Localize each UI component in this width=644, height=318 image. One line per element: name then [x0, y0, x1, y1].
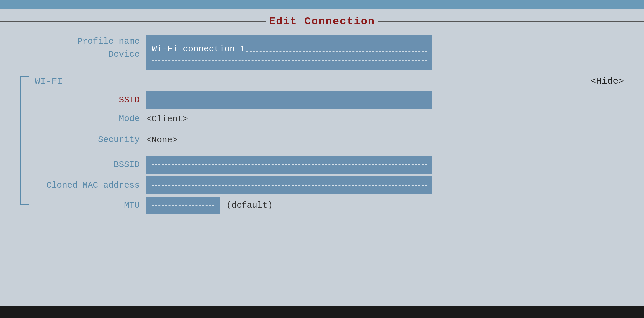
- security-value[interactable]: <None>: [146, 135, 178, 145]
- mtu-dash: [152, 205, 214, 206]
- bssid-field[interactable]: [146, 156, 432, 174]
- profile-name-field[interactable]: Wi-Fi connection 1: [146, 35, 432, 70]
- form-area: Profile name Device Wi-Fi connection 1: [0, 32, 644, 306]
- main-content: Edit Connection Profile name Device Wi-F…: [0, 9, 644, 306]
- hide-button[interactable]: <Hide>: [590, 76, 624, 86]
- security-row: Security <None>: [20, 133, 624, 146]
- bottom-bar: [0, 306, 644, 318]
- ssid-field[interactable]: [146, 91, 432, 109]
- bssid-label-group: BSSID: [20, 158, 146, 171]
- wifi-section: WI-FI <Hide> SSID Mode <Client>: [20, 76, 624, 216]
- bssid-label: BSSID: [114, 158, 140, 171]
- device-dash-line: [152, 60, 427, 61]
- device-label: Device: [108, 48, 140, 61]
- wifi-section-label: WI-FI: [35, 76, 63, 86]
- cloned-mac-label-group: Cloned MAC address: [20, 179, 146, 192]
- mtu-field[interactable]: [146, 197, 220, 214]
- profile-device-row: Profile name Device Wi-Fi connection 1: [20, 35, 624, 70]
- ssid-dash: [152, 100, 427, 100]
- mtu-row: MTU (default): [20, 197, 624, 214]
- title-bar: Edit Connection: [0, 9, 644, 32]
- cloned-mac-dash: [152, 185, 427, 186]
- ssid-label: SSID: [119, 94, 140, 107]
- profile-name-value: Wi-Fi connection 1: [152, 44, 427, 54]
- cloned-mac-label: Cloned MAC address: [46, 179, 140, 192]
- mode-value[interactable]: <Client>: [146, 114, 188, 124]
- title-line-left: [0, 21, 266, 22]
- bssid-dash: [152, 164, 427, 165]
- mtu-label-group: MTU: [20, 199, 146, 212]
- mode-row: Mode <Client>: [20, 112, 624, 125]
- cloned-mac-field[interactable]: [146, 176, 432, 194]
- page-title: Edit Connection: [269, 15, 375, 28]
- ssid-label-group: SSID: [20, 94, 146, 107]
- cloned-mac-row: Cloned MAC address: [20, 176, 624, 194]
- security-label: Security: [98, 133, 140, 146]
- bssid-row: BSSID: [20, 156, 624, 174]
- mtu-default: (default): [226, 200, 273, 210]
- top-bar: [0, 0, 644, 9]
- mode-label: Mode: [119, 112, 140, 125]
- profile-name-label: Profile name: [78, 35, 140, 48]
- title-line-right: [378, 21, 644, 22]
- mode-label-group: Mode: [20, 112, 146, 125]
- mtu-label: MTU: [124, 199, 140, 212]
- security-label-group: Security: [20, 133, 146, 146]
- ssid-row: SSID: [20, 91, 624, 109]
- profile-name-dash: [246, 46, 427, 52]
- profile-device-labels: Profile name Device: [20, 35, 146, 70]
